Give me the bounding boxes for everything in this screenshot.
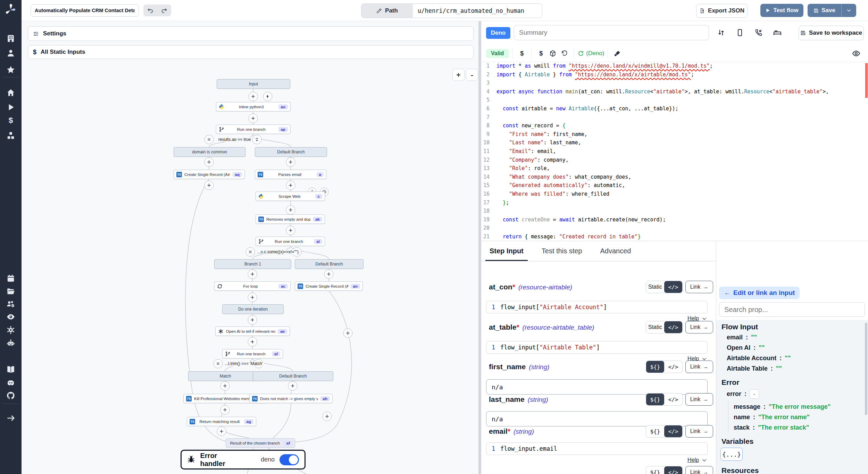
field-expression-editor[interactable]: 1flow_input.email xyxy=(486,442,708,455)
prop-row[interactable]: Airtable Account:"" xyxy=(727,355,791,362)
book-icon[interactable] xyxy=(6,365,15,374)
prop-row[interactable]: Airtable Table:"" xyxy=(727,365,782,372)
input-mode-toggle[interactable]: Static</> xyxy=(646,281,683,293)
javascript-mode-segment[interactable]: </> xyxy=(664,361,682,373)
redo-icon[interactable] xyxy=(161,7,167,14)
code-line[interactable]: 5 xyxy=(481,96,868,104)
add-step-button[interactable] xyxy=(343,329,353,338)
code-line[interactable]: 12 "Company": company, xyxy=(481,156,868,164)
add-step-button[interactable] xyxy=(288,381,298,391)
link-input-button[interactable]: Link→ xyxy=(685,425,713,438)
flow-node-scrape-web[interactable]: Scrape Webc xyxy=(256,192,325,201)
sync-icon[interactable] xyxy=(715,26,728,39)
code-line[interactable]: 2import { Airtable } from "https://deno.… xyxy=(481,70,868,79)
user-icon[interactable] xyxy=(6,49,15,58)
gear-icon[interactable] xyxy=(6,325,15,335)
flow-node-run-one-branch[interactable]: Run one branchal xyxy=(256,237,325,246)
search-prop-input[interactable] xyxy=(719,302,865,317)
save-button[interactable]: Save xyxy=(808,4,842,17)
variables-object-button[interactable]: {...} xyxy=(720,448,743,461)
code-line[interactable]: 11 "Email": email, xyxy=(481,147,868,156)
add-step-button[interactable] xyxy=(286,226,295,235)
windmill-logo-icon[interactable] xyxy=(5,3,17,16)
template-mode-segment[interactable]: ${} xyxy=(646,466,664,474)
tab-advanced[interactable]: Advanced xyxy=(600,241,631,261)
undo-icon[interactable] xyxy=(147,7,153,14)
robot-icon[interactable] xyxy=(6,339,15,348)
code-line[interactable]: 15 "Generated automatically": automatic, xyxy=(481,181,868,190)
javascript-mode-segment[interactable]: </> xyxy=(664,393,682,405)
flow-node-input[interactable]: Input xyxy=(217,79,290,89)
export-json-button[interactable]: Export JSON xyxy=(696,4,748,18)
error-handler-toggle[interactable] xyxy=(279,454,299,465)
flow-node-open-ai[interactable]: Open AI to tell if relevant resultae xyxy=(215,327,290,336)
help-link[interactable]: Help xyxy=(687,457,707,463)
code-line[interactable]: 16 "Where was filled": where_filled xyxy=(481,190,868,198)
flow-node-run-one-branch[interactable]: Run one branchap xyxy=(216,125,291,134)
tab-step-input[interactable]: Step Input xyxy=(490,241,524,261)
path-value[interactable]: u/henri/crm_automated_no_human xyxy=(413,4,542,18)
folder-icon[interactable] xyxy=(6,287,15,296)
add-step-button[interactable] xyxy=(248,315,257,325)
test-flow-button[interactable]: Test flow xyxy=(760,4,803,17)
link-input-button[interactable]: Link→ xyxy=(685,361,713,373)
code-line[interactable]: 9 "First name": first_name, xyxy=(481,130,868,139)
template-mode-segment[interactable]: ${} xyxy=(646,393,664,405)
prop-row[interactable]: Open AI:"" xyxy=(727,344,765,352)
prop-row-error[interactable]: error: - xyxy=(727,389,759,399)
add-step-button[interactable] xyxy=(248,270,257,279)
dollar-icon[interactable]: $ xyxy=(535,50,547,57)
link-input-button[interactable]: Link→ xyxy=(685,393,713,406)
save-more-button[interactable] xyxy=(842,4,856,17)
field-value-input[interactable]: n/a xyxy=(486,411,708,426)
save-to-workspace-button[interactable]: Save to workspace xyxy=(799,26,864,40)
javascript-mode-segment[interactable]: </> xyxy=(664,281,682,293)
prop-row[interactable]: message:"The error message" xyxy=(734,403,831,410)
dollar-icon[interactable]: $ xyxy=(516,50,528,57)
link-input-button[interactable]: Link→ xyxy=(685,466,713,474)
language-badge[interactable]: Deno xyxy=(486,27,510,39)
eye-icon[interactable] xyxy=(852,49,860,58)
package-icon[interactable] xyxy=(547,50,559,57)
flow-branch-default[interactable]: Default Branch xyxy=(253,371,333,381)
javascript-mode-segment[interactable]: </> xyxy=(664,425,682,437)
flow-node-removes-empty-duplicates[interactable]: TSRemoves empty and duplicatesak xyxy=(256,214,325,224)
github-icon[interactable] xyxy=(6,391,15,400)
brush-icon[interactable] xyxy=(611,50,623,57)
input-mode-toggle[interactable]: ${}</> xyxy=(646,466,683,474)
calendar-icon[interactable] xyxy=(6,274,15,283)
flow-node-create-single-record[interactable]: TSCreate Single Record (Airtable)an xyxy=(295,281,363,291)
star-icon[interactable] xyxy=(6,65,15,74)
remove-branch-button[interactable] xyxy=(205,135,214,144)
add-step-button[interactable] xyxy=(205,158,214,167)
add-step-button[interactable] xyxy=(249,114,258,123)
flow-node-for-loop[interactable]: For loopac xyxy=(214,281,291,291)
summary-input[interactable] xyxy=(514,25,709,40)
flow-node-inline-python3[interactable]: Inline python3ao xyxy=(216,102,291,111)
code-line[interactable]: 3 xyxy=(481,79,868,87)
cubes-icon[interactable] xyxy=(6,131,15,140)
dollar-icon[interactable]: $ xyxy=(6,116,15,125)
branch-compare-icon[interactable] xyxy=(252,135,262,144)
path-control[interactable]: Path u/henri/crm_automated_no_human xyxy=(361,3,542,18)
field-expression-editor[interactable]: 1flow_input["Airtable Account"] xyxy=(486,301,708,313)
link-input-button[interactable]: Link→ xyxy=(685,281,713,293)
add-step-button[interactable] xyxy=(323,412,332,421)
add-step-button[interactable] xyxy=(286,158,295,167)
edit-or-link-input-button[interactable]: ← Edit or link an input xyxy=(719,287,800,299)
home-icon[interactable] xyxy=(6,88,15,97)
code-line[interactable]: 4export async function main(at_con: wmil… xyxy=(481,87,868,96)
play-icon[interactable] xyxy=(6,103,15,112)
flow-node-return-matching-result[interactable]: TSReturn matching resultag xyxy=(187,417,256,426)
scrollbar[interactable] xyxy=(865,323,867,415)
flow-node-create-single-record[interactable]: TSCreate Single Record (Airtable)aq xyxy=(174,170,245,179)
arrow-right-icon[interactable] xyxy=(6,414,15,423)
code-line[interactable]: 6 const airtable = new Airtable({...at_c… xyxy=(481,104,868,113)
static-mode-segment[interactable]: Static xyxy=(646,281,664,293)
code-line[interactable]: 1import * as wmill from "https://deno.la… xyxy=(481,62,868,70)
input-mode-toggle[interactable]: Static</> xyxy=(646,321,683,333)
tab-test-this-step[interactable]: Test this step xyxy=(542,241,582,261)
mobile-icon[interactable] xyxy=(733,26,746,39)
input-mode-toggle[interactable]: ${}</> xyxy=(646,361,683,373)
collapse-button[interactable]: - xyxy=(750,389,759,399)
